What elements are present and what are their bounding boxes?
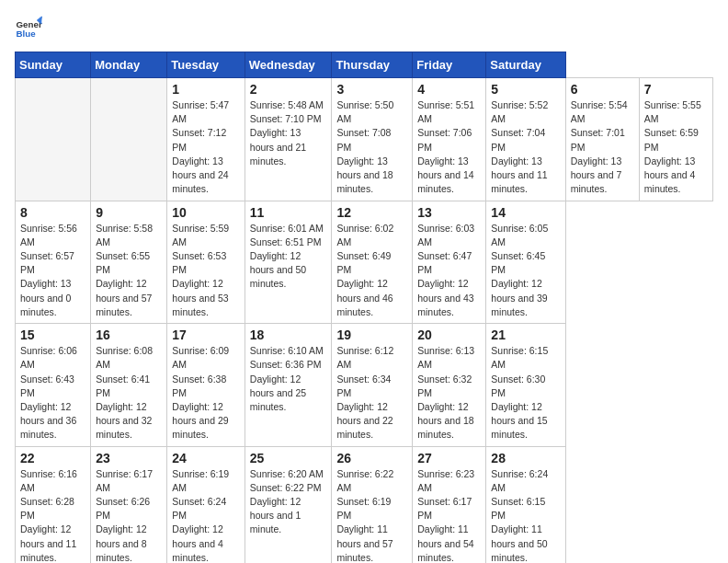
day-number: 5 — [491, 82, 560, 97]
calendar-cell: 15Sunrise: 6:06 AMSunset: 6:43 PMDayligh… — [16, 324, 91, 447]
calendar-cell — [91, 78, 167, 201]
day-detail: Sunrise: 6:16 AMSunset: 6:28 PMDaylight:… — [20, 467, 85, 563]
day-number: 15 — [20, 327, 85, 342]
day-number: 16 — [96, 327, 162, 342]
calendar-cell: 11Sunrise: 6:01 AMSunset: 6:51 PMDayligh… — [245, 201, 332, 324]
day-detail: Sunrise: 6:06 AMSunset: 6:43 PMDaylight:… — [20, 344, 85, 442]
day-detail: Sunrise: 5:58 AMSunset: 6:55 PMDaylight:… — [96, 222, 162, 320]
day-detail: Sunrise: 6:13 AMSunset: 6:32 PMDaylight:… — [417, 344, 481, 442]
calendar-cell: 4Sunrise: 5:51 AMSunset: 7:06 PMDaylight… — [413, 78, 486, 201]
col-header-monday: Monday — [91, 52, 167, 78]
calendar-cell: 14Sunrise: 6:05 AMSunset: 6:45 PMDayligh… — [486, 201, 565, 324]
day-number: 2 — [250, 82, 327, 97]
calendar-cell: 24Sunrise: 6:19 AMSunset: 6:24 PMDayligh… — [167, 446, 245, 563]
day-detail: Sunrise: 5:52 AMSunset: 7:04 PMDaylight:… — [491, 98, 560, 197]
calendar-cell: 2Sunrise: 5:48 AMSunset: 7:10 PMDaylight… — [245, 78, 332, 201]
day-detail: Sunrise: 6:19 AMSunset: 6:24 PMDaylight:… — [172, 467, 240, 563]
week-row-1: 1Sunrise: 5:47 AMSunset: 7:12 PMDaylight… — [16, 78, 713, 201]
col-header-sunday: Sunday — [16, 52, 91, 78]
day-number: 7 — [644, 82, 708, 97]
day-number: 22 — [20, 451, 85, 465]
calendar-cell: 22Sunrise: 6:16 AMSunset: 6:28 PMDayligh… — [16, 446, 91, 563]
day-detail: Sunrise: 5:54 AMSunset: 7:01 PMDaylight:… — [571, 98, 634, 197]
calendar-cell: 13Sunrise: 6:03 AMSunset: 6:47 PMDayligh… — [413, 201, 486, 324]
calendar-cell: 25Sunrise: 6:20 AMSunset: 6:22 PMDayligh… — [245, 446, 332, 563]
calendar-cell: 12Sunrise: 6:02 AMSunset: 6:49 PMDayligh… — [332, 201, 413, 324]
calendar-cell: 16Sunrise: 6:08 AMSunset: 6:41 PMDayligh… — [91, 324, 167, 447]
day-number: 4 — [417, 82, 481, 97]
col-header-thursday: Thursday — [332, 52, 413, 78]
day-detail: Sunrise: 6:08 AMSunset: 6:41 PMDaylight:… — [96, 344, 162, 442]
day-number: 14 — [491, 205, 560, 220]
day-detail: Sunrise: 6:10 AMSunset: 6:36 PMDaylight:… — [250, 344, 327, 414]
day-number: 19 — [336, 327, 407, 342]
calendar-cell: 10Sunrise: 5:59 AMSunset: 6:53 PMDayligh… — [167, 201, 245, 324]
day-number: 23 — [96, 451, 162, 465]
day-number: 6 — [571, 82, 634, 97]
calendar-cell: 26Sunrise: 6:22 AMSunset: 6:19 PMDayligh… — [332, 446, 413, 563]
week-row-4: 22Sunrise: 6:16 AMSunset: 6:28 PMDayligh… — [16, 446, 713, 563]
day-detail: Sunrise: 5:59 AMSunset: 6:53 PMDaylight:… — [172, 222, 240, 320]
day-number: 3 — [336, 82, 407, 97]
calendar-cell: 28Sunrise: 6:24 AMSunset: 6:15 PMDayligh… — [486, 446, 565, 563]
calendar-cell: 27Sunrise: 6:23 AMSunset: 6:17 PMDayligh… — [413, 446, 486, 563]
week-row-2: 8Sunrise: 5:56 AMSunset: 6:57 PMDaylight… — [16, 201, 713, 324]
day-detail: Sunrise: 6:01 AMSunset: 6:51 PMDaylight:… — [250, 222, 327, 292]
day-number: 17 — [172, 327, 240, 342]
week-row-3: 15Sunrise: 6:06 AMSunset: 6:43 PMDayligh… — [16, 324, 713, 447]
calendar-table: SundayMondayTuesdayWednesdayThursdayFrid… — [15, 52, 713, 563]
calendar-cell: 20Sunrise: 6:13 AMSunset: 6:32 PMDayligh… — [413, 324, 486, 447]
day-number: 13 — [417, 205, 481, 220]
calendar-cell: 8Sunrise: 5:56 AMSunset: 6:57 PMDaylight… — [16, 201, 91, 324]
calendar-cell — [16, 78, 91, 201]
calendar-cell: 3Sunrise: 5:50 AMSunset: 7:08 PMDaylight… — [332, 78, 413, 201]
day-number: 21 — [491, 327, 560, 342]
day-detail: Sunrise: 6:22 AMSunset: 6:19 PMDaylight:… — [336, 467, 407, 563]
calendar-cell: 18Sunrise: 6:10 AMSunset: 6:36 PMDayligh… — [245, 324, 332, 447]
day-detail: Sunrise: 6:09 AMSunset: 6:38 PMDaylight:… — [172, 344, 240, 442]
day-number: 8 — [20, 205, 85, 220]
day-detail: Sunrise: 6:17 AMSunset: 6:26 PMDaylight:… — [96, 467, 162, 563]
day-number: 25 — [250, 451, 327, 465]
day-detail: Sunrise: 6:23 AMSunset: 6:17 PMDaylight:… — [417, 467, 481, 563]
calendar-header: SundayMondayTuesdayWednesdayThursdayFrid… — [16, 52, 713, 78]
day-detail: Sunrise: 5:55 AMSunset: 6:59 PMDaylight:… — [644, 98, 708, 197]
col-header-saturday: Saturday — [486, 52, 565, 78]
day-number: 26 — [336, 451, 407, 465]
logo: General Blue — [15, 15, 46, 42]
day-detail: Sunrise: 6:03 AMSunset: 6:47 PMDaylight:… — [417, 222, 481, 320]
col-header-friday: Friday — [413, 52, 486, 78]
calendar-cell: 5Sunrise: 5:52 AMSunset: 7:04 PMDaylight… — [486, 78, 565, 201]
logo-icon: General Blue — [15, 15, 42, 42]
calendar-cell: 9Sunrise: 5:58 AMSunset: 6:55 PMDaylight… — [91, 201, 167, 324]
calendar-cell: 17Sunrise: 6:09 AMSunset: 6:38 PMDayligh… — [167, 324, 245, 447]
calendar-cell: 21Sunrise: 6:15 AMSunset: 6:30 PMDayligh… — [486, 324, 565, 447]
calendar-cell: 6Sunrise: 5:54 AMSunset: 7:01 PMDaylight… — [565, 78, 639, 201]
day-detail: Sunrise: 5:56 AMSunset: 6:57 PMDaylight:… — [20, 222, 85, 320]
calendar-cell: 7Sunrise: 5:55 AMSunset: 6:59 PMDaylight… — [639, 78, 712, 201]
day-detail: Sunrise: 5:48 AMSunset: 7:10 PMDaylight:… — [250, 98, 327, 168]
svg-text:Blue: Blue — [17, 29, 37, 39]
day-detail: Sunrise: 6:20 AMSunset: 6:22 PMDaylight:… — [250, 467, 327, 537]
day-number: 28 — [491, 451, 560, 465]
day-number: 10 — [172, 205, 240, 220]
day-number: 9 — [96, 205, 162, 220]
page-header: General Blue — [15, 15, 713, 42]
day-number: 11 — [250, 205, 327, 220]
day-number: 20 — [417, 327, 481, 342]
day-detail: Sunrise: 6:02 AMSunset: 6:49 PMDaylight:… — [336, 222, 407, 320]
day-detail: Sunrise: 6:12 AMSunset: 6:34 PMDaylight:… — [336, 344, 407, 442]
day-number: 24 — [172, 451, 240, 465]
calendar-cell: 1Sunrise: 5:47 AMSunset: 7:12 PMDaylight… — [167, 78, 245, 201]
calendar-cell: 19Sunrise: 6:12 AMSunset: 6:34 PMDayligh… — [332, 324, 413, 447]
day-number: 1 — [172, 82, 240, 97]
day-number: 12 — [336, 205, 407, 220]
day-detail: Sunrise: 5:50 AMSunset: 7:08 PMDaylight:… — [336, 98, 407, 197]
day-number: 18 — [250, 327, 327, 342]
day-detail: Sunrise: 6:05 AMSunset: 6:45 PMDaylight:… — [491, 222, 560, 320]
day-number: 27 — [417, 451, 481, 465]
col-header-tuesday: Tuesday — [167, 52, 245, 78]
day-detail: Sunrise: 5:47 AMSunset: 7:12 PMDaylight:… — [172, 98, 240, 197]
calendar-cell: 23Sunrise: 6:17 AMSunset: 6:26 PMDayligh… — [91, 446, 167, 563]
col-header-wednesday: Wednesday — [245, 52, 332, 78]
